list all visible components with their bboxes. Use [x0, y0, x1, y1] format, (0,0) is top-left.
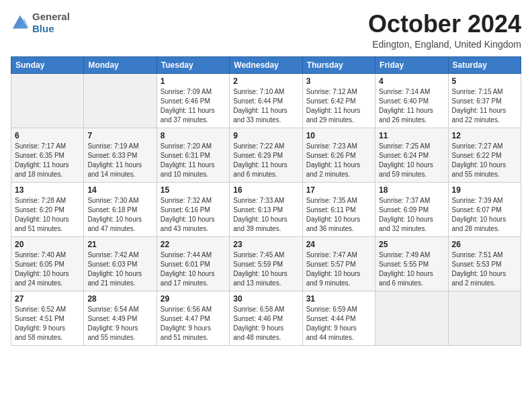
day-number: 16	[233, 185, 298, 195]
day-number: 9	[233, 131, 298, 140]
calendar-cell: 9Sunrise: 7:22 AM Sunset: 6:29 PM Daylig…	[230, 128, 302, 182]
day-info: Sunrise: 7:35 AM Sunset: 6:11 PM Dayligh…	[306, 196, 371, 234]
day-info: Sunrise: 7:30 AM Sunset: 6:18 PM Dayligh…	[87, 196, 152, 234]
day-info: Sunrise: 7:33 AM Sunset: 6:13 PM Dayligh…	[233, 196, 298, 234]
day-number: 12	[452, 131, 517, 140]
calendar-cell: 1Sunrise: 7:09 AM Sunset: 6:46 PM Daylig…	[157, 73, 229, 128]
month-title: October 2024	[368, 11, 521, 38]
calendar-cell: 20Sunrise: 7:40 AM Sunset: 6:05 PM Dayli…	[11, 236, 84, 291]
day-number: 29	[161, 294, 226, 304]
day-number: 30	[233, 294, 298, 304]
calendar-cell: 13Sunrise: 7:28 AM Sunset: 6:20 PM Dayli…	[11, 182, 84, 236]
logo: General Blue	[11, 11, 70, 35]
day-info: Sunrise: 6:58 AM Sunset: 4:46 PM Dayligh…	[233, 305, 298, 342]
day-number: 2	[233, 77, 298, 86]
col-friday: Friday	[375, 56, 448, 73]
calendar-week-1: 1Sunrise: 7:09 AM Sunset: 6:46 PM Daylig…	[11, 73, 521, 128]
title-block: October 2024 Edington, England, United K…	[368, 11, 521, 50]
day-number: 1	[161, 77, 226, 86]
calendar-cell	[448, 291, 521, 345]
calendar-header-row: Sunday Monday Tuesday Wednesday Thursday…	[11, 56, 521, 73]
calendar-cell: 10Sunrise: 7:23 AM Sunset: 6:26 PM Dayli…	[302, 128, 375, 182]
logo-text: General Blue	[32, 11, 70, 35]
calendar-cell: 27Sunrise: 6:52 AM Sunset: 4:51 PM Dayli…	[11, 291, 84, 345]
day-info: Sunrise: 6:52 AM Sunset: 4:51 PM Dayligh…	[15, 305, 80, 342]
day-number: 5	[452, 77, 517, 86]
day-info: Sunrise: 7:22 AM Sunset: 6:29 PM Dayligh…	[233, 142, 298, 179]
calendar-cell: 3Sunrise: 7:12 AM Sunset: 6:42 PM Daylig…	[302, 73, 375, 128]
col-saturday: Saturday	[448, 56, 521, 73]
location: Edington, England, United Kingdom	[368, 39, 521, 50]
day-info: Sunrise: 7:23 AM Sunset: 6:26 PM Dayligh…	[306, 142, 371, 179]
day-info: Sunrise: 7:25 AM Sunset: 6:24 PM Dayligh…	[379, 142, 444, 179]
logo-general: General	[32, 11, 70, 22]
calendar-table: Sunday Monday Tuesday Wednesday Thursday…	[11, 56, 521, 346]
calendar-cell: 5Sunrise: 7:15 AM Sunset: 6:37 PM Daylig…	[448, 73, 521, 128]
day-number: 19	[452, 185, 517, 195]
day-number: 13	[15, 185, 80, 195]
calendar-cell	[375, 291, 448, 345]
day-number: 17	[306, 185, 371, 195]
calendar-cell	[84, 73, 157, 128]
day-info: Sunrise: 6:59 AM Sunset: 4:44 PM Dayligh…	[306, 305, 371, 342]
calendar-cell: 22Sunrise: 7:44 AM Sunset: 6:01 PM Dayli…	[157, 236, 229, 291]
day-info: Sunrise: 7:44 AM Sunset: 6:01 PM Dayligh…	[161, 250, 226, 288]
logo-icon	[11, 13, 30, 32]
calendar-cell: 15Sunrise: 7:32 AM Sunset: 6:16 PM Dayli…	[157, 182, 229, 236]
calendar-week-5: 27Sunrise: 6:52 AM Sunset: 4:51 PM Dayli…	[11, 291, 521, 345]
day-number: 22	[161, 240, 226, 249]
day-info: Sunrise: 7:47 AM Sunset: 5:57 PM Dayligh…	[306, 250, 371, 288]
calendar-cell: 28Sunrise: 6:54 AM Sunset: 4:49 PM Dayli…	[84, 291, 157, 345]
day-info: Sunrise: 7:20 AM Sunset: 6:31 PM Dayligh…	[161, 142, 226, 179]
calendar-cell: 21Sunrise: 7:42 AM Sunset: 6:03 PM Dayli…	[84, 236, 157, 291]
day-number: 25	[379, 240, 444, 249]
day-number: 8	[161, 131, 226, 140]
day-number: 24	[306, 240, 371, 249]
day-info: Sunrise: 7:09 AM Sunset: 6:46 PM Dayligh…	[161, 87, 226, 125]
day-number: 11	[379, 131, 444, 140]
day-info: Sunrise: 7:49 AM Sunset: 5:55 PM Dayligh…	[379, 250, 444, 288]
calendar-cell: 12Sunrise: 7:27 AM Sunset: 6:22 PM Dayli…	[448, 128, 521, 182]
calendar-cell: 30Sunrise: 6:58 AM Sunset: 4:46 PM Dayli…	[230, 291, 302, 345]
calendar-cell: 2Sunrise: 7:10 AM Sunset: 6:44 PM Daylig…	[230, 73, 302, 128]
day-number: 4	[379, 77, 444, 86]
col-monday: Monday	[84, 56, 157, 73]
day-info: Sunrise: 6:56 AM Sunset: 4:47 PM Dayligh…	[161, 305, 226, 342]
calendar-cell: 29Sunrise: 6:56 AM Sunset: 4:47 PM Dayli…	[157, 291, 229, 345]
col-thursday: Thursday	[302, 56, 375, 73]
calendar-week-2: 6Sunrise: 7:17 AM Sunset: 6:35 PM Daylig…	[11, 128, 521, 182]
calendar-cell: 17Sunrise: 7:35 AM Sunset: 6:11 PM Dayli…	[302, 182, 375, 236]
day-info: Sunrise: 6:54 AM Sunset: 4:49 PM Dayligh…	[87, 305, 152, 342]
day-info: Sunrise: 7:12 AM Sunset: 6:42 PM Dayligh…	[306, 87, 371, 125]
day-number: 28	[87, 294, 152, 304]
calendar-cell: 11Sunrise: 7:25 AM Sunset: 6:24 PM Dayli…	[375, 128, 448, 182]
day-info: Sunrise: 7:28 AM Sunset: 6:20 PM Dayligh…	[15, 196, 80, 234]
day-number: 7	[87, 131, 152, 140]
day-info: Sunrise: 7:45 AM Sunset: 5:59 PM Dayligh…	[233, 250, 298, 288]
page: General Blue October 2024 Edington, Engl…	[0, 0, 532, 411]
day-number: 15	[161, 185, 226, 195]
calendar-week-3: 13Sunrise: 7:28 AM Sunset: 6:20 PM Dayli…	[11, 182, 521, 236]
day-info: Sunrise: 7:17 AM Sunset: 6:35 PM Dayligh…	[15, 142, 80, 179]
day-info: Sunrise: 7:19 AM Sunset: 6:33 PM Dayligh…	[87, 142, 152, 179]
day-number: 23	[233, 240, 298, 249]
day-number: 10	[306, 131, 371, 140]
day-number: 6	[15, 131, 80, 140]
header: General Blue October 2024 Edington, Engl…	[11, 11, 521, 50]
day-info: Sunrise: 7:32 AM Sunset: 6:16 PM Dayligh…	[161, 196, 226, 234]
calendar-cell: 4Sunrise: 7:14 AM Sunset: 6:40 PM Daylig…	[375, 73, 448, 128]
calendar-cell: 6Sunrise: 7:17 AM Sunset: 6:35 PM Daylig…	[11, 128, 84, 182]
col-tuesday: Tuesday	[157, 56, 229, 73]
calendar-cell: 25Sunrise: 7:49 AM Sunset: 5:55 PM Dayli…	[375, 236, 448, 291]
logo-blue: Blue	[32, 23, 54, 34]
day-info: Sunrise: 7:27 AM Sunset: 6:22 PM Dayligh…	[452, 142, 517, 179]
day-number: 20	[15, 240, 80, 249]
calendar-cell: 23Sunrise: 7:45 AM Sunset: 5:59 PM Dayli…	[230, 236, 302, 291]
day-number: 18	[379, 185, 444, 195]
day-number: 27	[15, 294, 80, 304]
day-info: Sunrise: 7:10 AM Sunset: 6:44 PM Dayligh…	[233, 87, 298, 125]
day-number: 31	[306, 294, 371, 304]
day-info: Sunrise: 7:51 AM Sunset: 5:53 PM Dayligh…	[452, 250, 517, 288]
day-info: Sunrise: 7:15 AM Sunset: 6:37 PM Dayligh…	[452, 87, 517, 125]
day-info: Sunrise: 7:37 AM Sunset: 6:09 PM Dayligh…	[379, 196, 444, 234]
